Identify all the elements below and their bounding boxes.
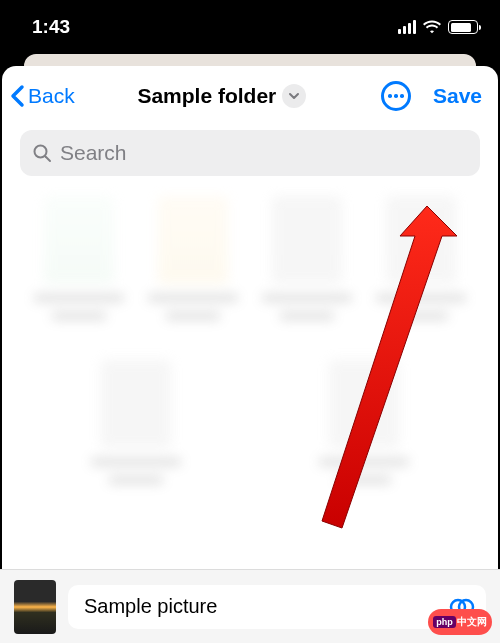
save-button[interactable]: Save	[433, 84, 482, 108]
folder-content-grid[interactable]	[2, 186, 498, 569]
ellipsis-icon	[388, 94, 392, 98]
status-bar: 1:43	[0, 0, 500, 54]
watermark-badge: php 中文网	[428, 609, 492, 635]
background-sheet	[24, 54, 476, 66]
navigation-bar: Back Sample folder Save	[2, 66, 498, 126]
search-icon	[32, 143, 52, 163]
filename-input[interactable]: Sample picture	[68, 585, 486, 629]
file-thumbnail[interactable]	[14, 580, 56, 634]
search-input[interactable]: Search	[20, 130, 480, 176]
page-title: Sample folder	[137, 84, 276, 108]
more-options-button[interactable]	[381, 81, 411, 111]
svg-point-0	[35, 146, 47, 158]
chevron-left-icon	[10, 84, 26, 108]
wifi-icon	[422, 20, 442, 34]
battery-icon	[448, 20, 478, 34]
save-bar: Sample picture	[0, 569, 500, 643]
search-placeholder: Search	[60, 141, 127, 165]
status-icons	[398, 20, 478, 34]
file-picker-sheet: Back Sample folder Save Search	[2, 66, 498, 569]
cellular-signal-icon	[398, 20, 416, 34]
chevron-down-icon	[282, 84, 306, 108]
status-time: 1:43	[32, 16, 70, 38]
title-dropdown[interactable]: Sample folder	[63, 84, 381, 108]
filename-text: Sample picture	[84, 595, 217, 618]
svg-line-1	[46, 157, 51, 162]
